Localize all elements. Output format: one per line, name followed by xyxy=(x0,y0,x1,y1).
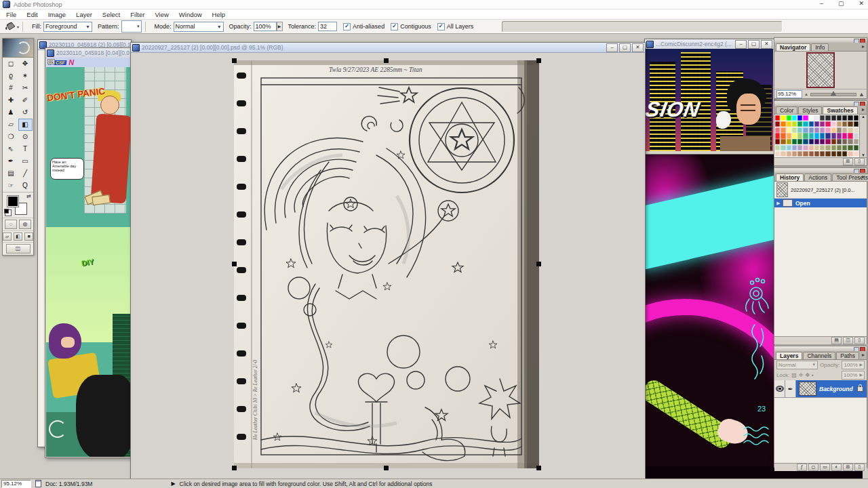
menu-view[interactable]: View xyxy=(155,11,168,18)
layer-row-background[interactable]: ✒ Background xyxy=(774,380,867,398)
opacity-field[interactable]: 100% xyxy=(254,22,277,31)
window-maximize-button[interactable]: ▢ xyxy=(619,43,631,52)
window-close-button[interactable]: ✕ xyxy=(761,40,772,49)
swatch[interactable] xyxy=(781,121,786,127)
swatch[interactable] xyxy=(825,139,831,144)
swatch[interactable] xyxy=(803,139,808,144)
navigator-panel[interactable]: NavigatorInfo 95.12% ▲ ▲ xyxy=(774,37,867,99)
swatch[interactable] xyxy=(837,151,842,157)
swatch[interactable] xyxy=(820,151,825,157)
navigator-zoom-field[interactable]: 95.12% xyxy=(776,90,802,98)
tab-layers[interactable]: Layers xyxy=(776,352,802,359)
swatch[interactable] xyxy=(775,115,781,121)
swatch[interactable] xyxy=(809,115,814,121)
tool-brush[interactable]: ✐ xyxy=(18,94,33,106)
zoom-slider-thumb[interactable] xyxy=(831,91,836,96)
lock-transparency-icon[interactable]: ▨ xyxy=(791,372,797,378)
toolbox-header-art[interactable] xyxy=(3,39,33,58)
swatch[interactable] xyxy=(820,139,825,144)
swatch[interactable] xyxy=(809,145,814,150)
swatch[interactable] xyxy=(825,115,831,121)
swatch[interactable] xyxy=(775,121,781,127)
swatches-scrollbar[interactable]: ▲▼ xyxy=(859,115,867,157)
swatch[interactable] xyxy=(781,145,786,150)
tool-notes[interactable]: ▤ xyxy=(4,167,18,180)
tool-clone-stamp[interactable]: ♟ xyxy=(4,106,18,119)
canvas-area[interactable]: Twla 9/27/2023 AE 2285mm ~ Titan He Leat… xyxy=(132,53,644,478)
history-snapshot-row[interactable]: 20220927_225127 (2) [0.0... xyxy=(774,182,867,199)
delete-state-button[interactable]: ▯ xyxy=(854,337,865,344)
document-window-comic[interactable]: 20230110_045918 [0.04][0.01] 01 # CSF N … xyxy=(45,47,132,458)
snapshot-thumbnail[interactable] xyxy=(776,182,788,197)
swatch[interactable] xyxy=(831,145,837,150)
paint-bucket-icon[interactable] xyxy=(3,21,17,32)
new-document-from-state-button[interactable]: ▤ xyxy=(831,337,842,344)
swatch[interactable] xyxy=(809,121,814,127)
opacity-spinner[interactable]: ▶ xyxy=(277,22,283,31)
tool-healing-brush[interactable]: ✚ xyxy=(4,94,18,106)
swatch[interactable] xyxy=(837,145,842,150)
swatch[interactable] xyxy=(814,121,820,127)
scroll-up-icon[interactable]: ▲ xyxy=(861,115,865,119)
status-zoom-field[interactable]: 95.12% xyxy=(1,480,31,488)
swatch[interactable] xyxy=(803,151,808,157)
zoom-in-icon[interactable]: ▲ xyxy=(859,91,865,98)
layer-style-button[interactable]: ƒ xyxy=(797,464,807,471)
tool-rectangular-marquee[interactable]: ◻ xyxy=(4,58,18,70)
swatch[interactable] xyxy=(814,151,820,157)
tool-type[interactable]: T xyxy=(18,143,33,155)
jump-to-imageready-button[interactable]: ◫ xyxy=(6,244,31,253)
swatch[interactable] xyxy=(814,127,820,133)
lock-pixels-icon[interactable]: ✛ xyxy=(799,372,804,378)
swatch[interactable] xyxy=(820,127,825,133)
tab-color[interactable]: Color xyxy=(776,106,797,114)
tool-zoom[interactable]: Q xyxy=(18,180,33,192)
swatch[interactable] xyxy=(787,139,792,144)
foreground-color-swatch[interactable] xyxy=(7,195,19,207)
tool-lasso[interactable]: ϱ xyxy=(4,70,18,82)
history-panel[interactable]: HistoryActionsTool Presets 20220927_2251… xyxy=(774,167,867,344)
swatch[interactable] xyxy=(825,133,831,138)
swatch[interactable] xyxy=(781,115,786,121)
tab-actions[interactable]: Actions xyxy=(804,174,831,181)
city-canvas[interactable]: SION xyxy=(646,49,773,151)
tool-magic-wand[interactable]: ✶ xyxy=(18,70,33,82)
navigator-thumbnail[interactable] xyxy=(806,52,835,88)
tab-styles[interactable]: Styles xyxy=(798,106,822,114)
swatch[interactable] xyxy=(814,145,820,150)
swatch[interactable] xyxy=(797,145,803,150)
transform-handle[interactable] xyxy=(536,262,541,266)
checkbox-contiguous[interactable]: ✓Contiguous xyxy=(391,23,431,30)
history-state-row[interactable]: ▶ Open xyxy=(774,199,867,207)
adjustment-layer-button[interactable]: ◐ xyxy=(831,464,842,471)
swatch[interactable] xyxy=(792,115,797,121)
tool-paint-bucket[interactable]: ◧ xyxy=(18,119,33,131)
swatch[interactable] xyxy=(848,145,853,150)
swatch[interactable] xyxy=(809,151,814,157)
blend-mode-dropdown[interactable]: Normal▼ xyxy=(776,361,818,369)
swatch[interactable] xyxy=(842,139,848,144)
swatch[interactable] xyxy=(825,127,831,133)
tool-blur[interactable]: ❍ xyxy=(4,131,18,143)
eye-icon[interactable] xyxy=(776,386,784,392)
swatch[interactable] xyxy=(803,115,808,121)
layer-thumbnail[interactable] xyxy=(799,382,816,396)
app-titlebar[interactable]: Adobe Photoshop – ▢ ✕ xyxy=(0,0,868,9)
swatch[interactable] xyxy=(797,139,803,144)
swatch[interactable] xyxy=(848,151,853,157)
layer-mask-button[interactable]: ◻ xyxy=(808,464,818,471)
pattern-swatch[interactable]: ▾ xyxy=(121,20,142,33)
menu-layer[interactable]: Layer xyxy=(76,11,92,18)
window-titlebar[interactable]: 20220927_225127 (2) [0.00][0.00].psd @ 9… xyxy=(131,43,645,53)
default-colors-icon[interactable] xyxy=(5,209,12,216)
swatch[interactable] xyxy=(809,133,814,138)
expander-icon[interactable]: ▶ xyxy=(774,201,783,206)
toolbox-palette[interactable]: ◻✥ϱ✶#✂✚✐♟↺▱◧❍⊙⇖T✒▭▤╱☞Q ⇄ ◌ ◍ ▱ ◧ ■ ◫ xyxy=(2,38,34,256)
quick-mask-mode-button[interactable]: ◍ xyxy=(19,220,31,229)
window-maximize-button[interactable]: ▢ xyxy=(748,40,760,49)
swatch[interactable] xyxy=(792,145,797,150)
swatch[interactable] xyxy=(854,151,859,157)
swatch[interactable] xyxy=(787,115,792,121)
swatch[interactable] xyxy=(797,127,803,133)
tool-path-selection[interactable]: ⇖ xyxy=(4,143,18,155)
